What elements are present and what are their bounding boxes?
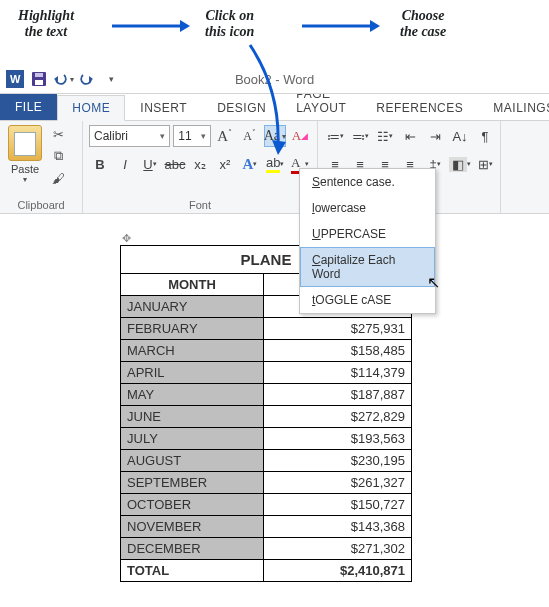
- increase-indent-button[interactable]: ⇥: [424, 125, 446, 147]
- table-row[interactable]: APRIL$114,379: [121, 362, 412, 384]
- word-app-icon[interactable]: W: [4, 68, 26, 90]
- table-row[interactable]: SEPTEMBER$261,327: [121, 472, 412, 494]
- month-cell: AUGUST: [121, 450, 264, 472]
- text-effects-button[interactable]: A▾: [239, 153, 261, 175]
- paste-button[interactable]: Paste ▾: [6, 125, 44, 184]
- table-row[interactable]: FEBRUARY$275,931: [121, 318, 412, 340]
- svg-marker-1: [180, 20, 190, 32]
- change-case-menu: Sentence case. lowercase UPPERCASE Capit…: [299, 168, 436, 314]
- month-cell: SEPTEMBER: [121, 472, 264, 494]
- arrow-icon: [300, 16, 380, 36]
- mouse-cursor-icon: ↖: [427, 273, 440, 292]
- tab-home[interactable]: HOME: [57, 95, 125, 121]
- borders-button[interactable]: ⊞▾: [474, 153, 496, 175]
- cut-icon[interactable]: ✂: [48, 125, 68, 143]
- quick-access-toolbar: W ▾ ▾ Book2 - Word: [0, 65, 549, 94]
- italic-button[interactable]: I: [114, 153, 136, 175]
- ribbon: Paste ▾ ✂ ⧉ 🖌 Clipboard Calibri▾ 11▾ A˄ …: [0, 121, 549, 214]
- superscript-button[interactable]: x²: [214, 153, 236, 175]
- underline-button[interactable]: U▾: [139, 153, 161, 175]
- multilevel-list-button[interactable]: ☷▾: [374, 125, 396, 147]
- value-cell: $150,727: [264, 494, 412, 516]
- annotation-layer: Highlightthe text Click onthis icon Choo…: [0, 0, 549, 65]
- value-cell: $187,887: [264, 384, 412, 406]
- group-font: Calibri▾ 11▾ A˄ A˅ Aa▾ A◢ B I U▾ abc x₂ …: [83, 121, 318, 213]
- font-name-combo[interactable]: Calibri▾: [89, 125, 170, 147]
- highlight-color-button[interactable]: ab▾: [264, 153, 286, 175]
- value-cell: $230,195: [264, 450, 412, 472]
- svg-marker-3: [370, 20, 380, 32]
- month-cell: MARCH: [121, 340, 264, 362]
- value-cell: $271,302: [264, 538, 412, 560]
- value-cell: $158,485: [264, 340, 412, 362]
- tab-insert[interactable]: INSERT: [125, 95, 202, 120]
- format-painter-icon[interactable]: 🖌: [48, 169, 68, 187]
- total-value: $2,410,871: [264, 560, 412, 582]
- copy-icon[interactable]: ⧉: [48, 147, 68, 165]
- show-marks-button[interactable]: ¶: [474, 125, 496, 147]
- save-icon[interactable]: [28, 68, 50, 90]
- annot-click: Click onthis icon: [205, 8, 254, 40]
- month-cell: JULY: [121, 428, 264, 450]
- month-cell: NOVEMBER: [121, 516, 264, 538]
- redo-icon[interactable]: [76, 68, 98, 90]
- value-cell: $272,829: [264, 406, 412, 428]
- svg-rect-8: [35, 80, 43, 85]
- numbering-button[interactable]: ≕▾: [349, 125, 371, 147]
- sort-button[interactable]: A↓: [449, 125, 471, 147]
- arrow-icon: [110, 16, 190, 36]
- menu-sentence-case[interactable]: Sentence case.: [300, 169, 435, 195]
- undo-icon[interactable]: ▾: [52, 68, 74, 90]
- tab-mailings[interactable]: MAILINGS: [478, 95, 549, 120]
- table-row[interactable]: OCTOBER$150,727: [121, 494, 412, 516]
- font-name-value: Calibri: [94, 129, 128, 143]
- document-body: ✥ PLANE MONTH JANUARY$150,878FEBRUARY$27…: [0, 214, 549, 582]
- value-cell: $114,379: [264, 362, 412, 384]
- value-cell: $143,368: [264, 516, 412, 538]
- clear-formatting-button[interactable]: A◢: [289, 125, 311, 147]
- month-cell: OCTOBER: [121, 494, 264, 516]
- value-cell: $275,931: [264, 318, 412, 340]
- shrink-font-button[interactable]: A˅: [239, 125, 261, 147]
- bullets-button[interactable]: ≔▾: [324, 125, 346, 147]
- value-cell: $261,327: [264, 472, 412, 494]
- col-header-month: MONTH: [121, 274, 264, 296]
- table-row[interactable]: NOVEMBER$143,368: [121, 516, 412, 538]
- menu-lowercase[interactable]: lowercase: [300, 195, 435, 221]
- month-cell: APRIL: [121, 362, 264, 384]
- ribbon-tabs: FILE HOME INSERT DESIGN PAGE LAYOUT REFE…: [0, 94, 549, 121]
- change-case-button[interactable]: Aa▾: [264, 125, 286, 147]
- svg-text:W: W: [10, 73, 21, 85]
- shading-button[interactable]: ◧▾: [449, 153, 471, 175]
- table-row[interactable]: DECEMBER$271,302: [121, 538, 412, 560]
- value-cell: $193,563: [264, 428, 412, 450]
- menu-capitalize-each-word[interactable]: Capitalize Each Word ↖: [300, 247, 435, 287]
- table-row[interactable]: JUNE$272,829: [121, 406, 412, 428]
- customize-qat-icon[interactable]: ▾: [100, 68, 122, 90]
- month-cell: DECEMBER: [121, 538, 264, 560]
- group-label-font: Font: [89, 196, 311, 211]
- font-size-combo[interactable]: 11▾: [173, 125, 210, 147]
- table-row[interactable]: MAY$187,887: [121, 384, 412, 406]
- table-row[interactable]: JULY$193,563: [121, 428, 412, 450]
- grow-font-button[interactable]: A˄: [214, 125, 236, 147]
- bold-button[interactable]: B: [89, 153, 111, 175]
- decrease-indent-button[interactable]: ⇤: [399, 125, 421, 147]
- paste-icon: [8, 125, 42, 161]
- subscript-button[interactable]: x₂: [189, 153, 211, 175]
- table-row[interactable]: MARCH$158,485: [121, 340, 412, 362]
- tab-design[interactable]: DESIGN: [202, 95, 281, 120]
- strikethrough-button[interactable]: abc: [164, 153, 186, 175]
- menu-uppercase[interactable]: UPPERCASE: [300, 221, 435, 247]
- annot-choose: Choosethe case: [400, 8, 446, 40]
- svg-rect-9: [35, 73, 43, 77]
- tab-references[interactable]: REFERENCES: [361, 95, 478, 120]
- annot-highlight: Highlightthe text: [18, 8, 74, 40]
- month-cell: MAY: [121, 384, 264, 406]
- menu-toggle-case[interactable]: tOGGLE cASE: [300, 287, 435, 313]
- month-cell: JANUARY: [121, 296, 264, 318]
- table-row[interactable]: AUGUST$230,195: [121, 450, 412, 472]
- paste-label: Paste: [6, 163, 44, 175]
- group-label-clipboard: Clipboard: [6, 196, 76, 211]
- tab-file[interactable]: FILE: [0, 93, 57, 120]
